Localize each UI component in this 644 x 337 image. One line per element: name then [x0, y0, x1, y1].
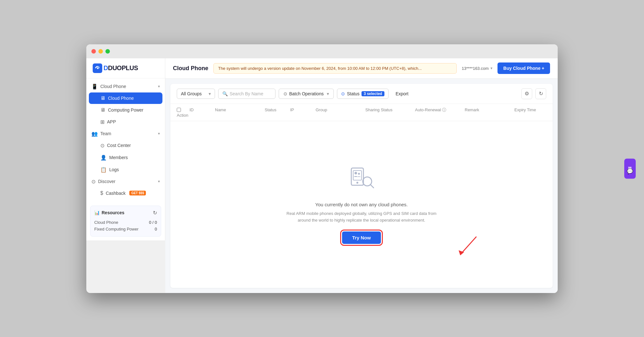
notice-text: The system will undergo a version update…: [218, 66, 422, 71]
contact-sidebar[interactable]: 联系我们 💬: [624, 158, 636, 179]
get-badge: GET $$$: [129, 191, 146, 195]
svg-point-7: [358, 173, 360, 175]
svg-rect-2: [353, 171, 361, 180]
close-dot[interactable]: [91, 49, 96, 54]
app-window: DDUOPLUS 📱 Cloud Phone ▾: [86, 44, 558, 293]
nav-group-team[interactable]: 👥 Team ▾: [86, 128, 165, 139]
batch-chevron-icon: ▾: [327, 91, 329, 96]
svg-point-3: [356, 182, 358, 184]
export-button[interactable]: Export: [392, 89, 412, 99]
members-icon: 👤: [100, 155, 107, 161]
sidebar-cloud-phone-label: Cloud Phone: [108, 96, 134, 101]
col-group: Group: [316, 107, 365, 113]
group-select-label: All Groups: [181, 91, 202, 96]
table-header: ID Name Status IP Group Sharing Status A…: [170, 104, 553, 121]
search-placeholder: Search By Name: [230, 91, 263, 96]
sidebar-item-members[interactable]: 👤 Members: [89, 152, 162, 164]
sidebar-item-cashback[interactable]: $ Cashback GET $$$: [89, 187, 162, 199]
sidebar-computing-power-label: Computing Power: [108, 107, 143, 113]
col-name: Name: [215, 107, 265, 113]
batch-icon: ⊙: [283, 91, 287, 96]
sidebar-item-cost-center[interactable]: ⊙ Cost Center: [89, 140, 162, 151]
svg-line-5: [370, 185, 374, 188]
chevron-down-icon: ▾: [158, 84, 160, 89]
user-chevron-icon: ▾: [490, 66, 492, 70]
col-remark: Remark: [465, 107, 514, 113]
resource-cloud-phone-value: 0 / 0: [149, 220, 157, 225]
group-select-chevron-icon: ▾: [209, 91, 211, 96]
user-email: 13****163.com: [462, 66, 489, 71]
top-header: Cloud Phone The system will undergo a ve…: [165, 58, 558, 79]
minimize-dot[interactable]: [98, 49, 103, 54]
logo-icon: [93, 63, 102, 73]
sidebar-item-app[interactable]: ⊞ APP: [89, 116, 162, 128]
page-title: Cloud Phone: [173, 65, 208, 72]
resource-row-cloud-phone: Cloud Phone 0 / 0: [94, 219, 157, 226]
contact-text: 联系我们: [628, 163, 632, 165]
filter-icon-button[interactable]: ⚙: [521, 88, 532, 99]
sidebar-wrapper: DDUOPLUS 📱 Cloud Phone ▾: [86, 58, 165, 293]
discover-group-label: Discover: [98, 179, 115, 184]
resources-panel: 📊 Resources ↻ Cloud Phone 0 / 0 Fixed Co…: [90, 206, 161, 237]
resource-row-computing: Fixed Computing Power 0: [94, 226, 157, 232]
nav-group-discover[interactable]: ⊙ Discover ▾: [86, 176, 165, 187]
empty-state-description: Real ARM mobile phones deployed globally…: [282, 210, 441, 224]
status-filter[interactable]: ⊙ Status 3 selected: [337, 89, 389, 99]
discover-group-icon: ⊙: [91, 179, 96, 185]
user-info[interactable]: 13****163.com ▾: [462, 66, 493, 71]
status-label: Status: [347, 91, 360, 96]
refresh-icon[interactable]: ↻: [153, 210, 157, 216]
main-content: Cloud Phone The system will undergo a ve…: [165, 58, 558, 293]
sidebar-item-logs[interactable]: 📋 Logs: [89, 164, 162, 176]
svg-point-6: [354, 172, 357, 174]
refresh-table-button[interactable]: ↻: [535, 88, 546, 99]
sidebar: DDUOPLUS 📱 Cloud Phone ▾: [86, 58, 165, 240]
group-select-dropdown[interactable]: All Groups ▾: [177, 89, 215, 99]
select-all-checkbox[interactable]: [177, 108, 181, 112]
col-id: ID: [190, 107, 215, 113]
sidebar-app-label: APP: [107, 119, 116, 124]
cloud-phone-group-icon: 📱: [91, 84, 98, 90]
search-icon: 🔍: [222, 91, 228, 96]
resources-title: 📊 Resources: [94, 210, 125, 215]
status-icon: ⊙: [341, 91, 345, 96]
logo: DDUOPLUS: [93, 63, 159, 73]
col-auto-renewal: Auto-Renewal ⓘ: [415, 107, 465, 113]
empty-state-title: You currently do not own any cloud phone…: [315, 202, 408, 207]
bar-chart-icon: 📊: [94, 210, 100, 215]
phone-icon: 🖥: [100, 95, 105, 101]
empty-state: You currently do not own any cloud phone…: [170, 121, 553, 288]
col-sharing-status: Sharing Status: [365, 107, 415, 113]
search-box[interactable]: 🔍 Search By Name: [218, 89, 275, 99]
notice-banner: The system will undergo a version update…: [213, 63, 457, 74]
maximize-dot[interactable]: [105, 49, 110, 54]
sidebar-item-cloud-phone[interactable]: 🖥 Cloud Phone: [89, 92, 162, 104]
col-ip: IP: [290, 107, 316, 113]
team-chevron-icon: ▾: [158, 131, 160, 136]
sidebar-item-computing-power[interactable]: 🖥 Computing Power: [89, 104, 162, 116]
app-body: DDUOPLUS 📱 Cloud Phone ▾: [86, 58, 558, 293]
app-icon: ⊞: [100, 119, 104, 125]
table-toolbar: All Groups ▾ 🔍 Search By Name ⊙ Batch Op…: [170, 84, 553, 104]
buy-cloud-phone-button[interactable]: Buy Cloud Phone +: [497, 62, 550, 74]
batch-label: Batch Operations: [289, 91, 324, 96]
sidebar-logs-label: Logs: [109, 167, 119, 172]
discover-chevron-icon: ▾: [158, 179, 160, 184]
svg-line-8: [462, 237, 476, 253]
logs-icon: 📋: [100, 167, 107, 173]
sidebar-members-label: Members: [109, 155, 128, 160]
resource-cloud-phone-label: Cloud Phone: [94, 220, 118, 225]
title-bar: [86, 44, 558, 58]
nav-group-cloud-phone[interactable]: 📱 Cloud Phone ▾: [86, 81, 165, 92]
computing-icon: 🖥: [100, 107, 105, 113]
col-action: Action: [177, 113, 190, 118]
batch-operations-button[interactable]: ⊙ Batch Operations ▾: [279, 89, 334, 99]
cloud-phone-group-label: Cloud Phone: [100, 84, 126, 89]
logo-text: DDUOPLUS: [104, 64, 138, 72]
table-container: All Groups ▾ 🔍 Search By Name ⊙ Batch Op…: [170, 84, 553, 288]
try-now-button[interactable]: Try Now: [342, 231, 381, 244]
svg-point-0: [97, 67, 99, 69]
export-label: Export: [396, 91, 408, 96]
team-group-icon: 👥: [91, 131, 98, 137]
team-group-label: Team: [100, 131, 111, 136]
